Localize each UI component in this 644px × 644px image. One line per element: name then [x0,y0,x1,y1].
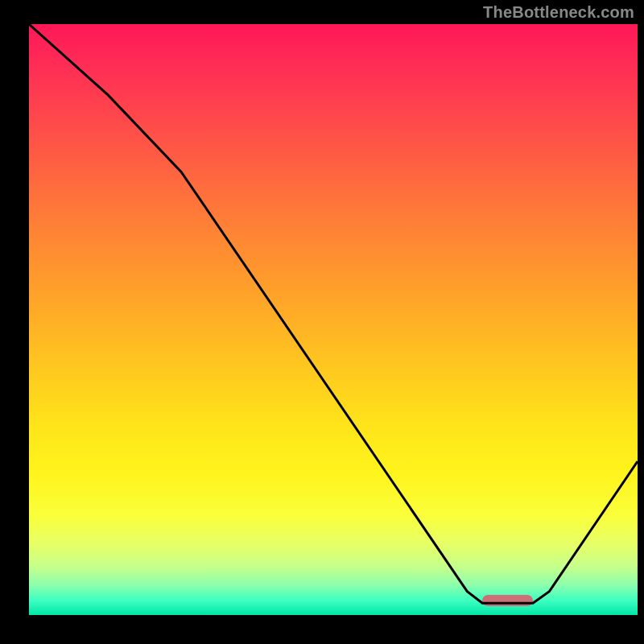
curve-path [29,24,638,603]
frame-right [638,0,644,644]
plot-area [29,24,638,615]
axis-left [0,0,29,644]
watermark-text: TheBottleneck.com [483,3,634,22]
bottleneck-curve [29,24,638,615]
axis-bottom [0,615,644,644]
